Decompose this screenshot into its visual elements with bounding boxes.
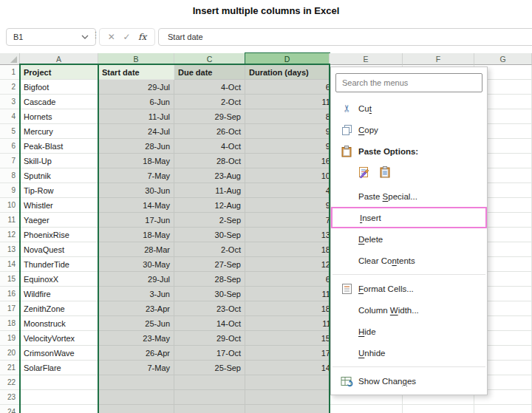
- row-header-4[interactable]: 4: [0, 109, 20, 124]
- cell-C16[interactable]: 30-Sep: [174, 287, 245, 301]
- cell-D12[interactable]: 135: [245, 228, 330, 242]
- cell-C21[interactable]: 25-Sep: [174, 361, 245, 375]
- cell-D17[interactable]: 183: [245, 301, 330, 316]
- cell-A23[interactable]: [20, 390, 98, 405]
- cell-B17[interactable]: 23-Apr: [98, 301, 174, 316]
- row-header-24[interactable]: 24: [0, 405, 20, 413]
- formula-input[interactable]: Start date: [158, 28, 532, 46]
- cell-C5[interactable]: 26-Oct: [174, 124, 245, 139]
- menu-item-paste-special[interactable]: Paste Special...: [331, 185, 487, 207]
- cell-B4[interactable]: 11-Jul: [98, 109, 174, 124]
- cell-D4[interactable]: 80: [245, 109, 330, 124]
- cell-D13[interactable]: 188: [245, 242, 330, 257]
- cell-C22[interactable]: [174, 375, 245, 390]
- column-header-E[interactable]: E: [330, 53, 403, 65]
- cell-A10[interactable]: Whistler: [20, 198, 98, 213]
- cell-D18[interactable]: 111: [245, 316, 330, 331]
- menu-item-copy[interactable]: Copy: [331, 119, 487, 140]
- cell-B13[interactable]: 28-Mar: [98, 242, 174, 257]
- row-header-6[interactable]: 6: [0, 139, 20, 154]
- column-header-F[interactable]: F: [403, 53, 474, 65]
- cell-A18[interactable]: Moonstruck: [20, 316, 98, 331]
- menu-item-unhide[interactable]: Unhide: [331, 342, 487, 363]
- cell-B21[interactable]: 7-May: [98, 361, 174, 375]
- cell-A13[interactable]: NovaQuest: [20, 242, 98, 257]
- menu-item-show-changes[interactable]: Show Changes: [331, 370, 487, 392]
- cell-A3[interactable]: Cascade: [20, 95, 98, 109]
- cell-C15[interactable]: 28-Sep: [174, 272, 245, 287]
- cell-F24[interactable]: [403, 405, 474, 413]
- row-header-2[interactable]: 2: [0, 80, 20, 95]
- cell-D5[interactable]: 94: [245, 124, 330, 139]
- cell-C10[interactable]: 12-Aug: [174, 198, 245, 213]
- menu-item-hide[interactable]: Hide: [331, 321, 487, 342]
- cell-D14[interactable]: 120: [245, 257, 330, 272]
- chevron-down-icon[interactable]: [81, 35, 89, 39]
- menu-item-delete[interactable]: Delete: [331, 228, 487, 250]
- cell-A17[interactable]: ZenithZone: [20, 301, 98, 316]
- cell-A12[interactable]: PhoenixRise: [20, 228, 98, 242]
- row-header-22[interactable]: 22: [0, 375, 20, 390]
- cancel-icon[interactable]: ✕: [108, 33, 115, 41]
- cell-B24[interactable]: [98, 405, 174, 413]
- row-header-17[interactable]: 17: [0, 301, 20, 316]
- cell-B16[interactable]: 3-Jun: [98, 287, 174, 301]
- row-header-13[interactable]: 13: [0, 242, 20, 257]
- name-box[interactable]: B1: [6, 28, 96, 46]
- cell-D7[interactable]: 163: [245, 154, 330, 168]
- column-header-G[interactable]: G: [474, 53, 532, 65]
- cell-A14[interactable]: ThunderTide: [20, 257, 98, 272]
- cell-C8[interactable]: 23-Aug: [174, 168, 245, 183]
- row-header-10[interactable]: 10: [0, 198, 20, 213]
- row-header-14[interactable]: 14: [0, 257, 20, 272]
- row-header-15[interactable]: 15: [0, 272, 20, 287]
- enter-icon[interactable]: ✓: [123, 33, 130, 41]
- cell-C3[interactable]: 2-Oct: [174, 95, 245, 109]
- cell-C12[interactable]: 30-Sep: [174, 228, 245, 242]
- paste-formatting-icon[interactable]: [358, 166, 371, 182]
- cell-C24[interactable]: [174, 405, 245, 413]
- cell-C2[interactable]: 4-Oct: [174, 80, 245, 95]
- cell-C20[interactable]: 17-Oct: [174, 346, 245, 361]
- cell-D10[interactable]: 90: [245, 198, 330, 213]
- cell-A21[interactable]: SolarFlare: [20, 361, 98, 375]
- row-header-7[interactable]: 7: [0, 154, 20, 168]
- row-header-3[interactable]: 3: [0, 95, 20, 109]
- cell-B2[interactable]: 29-Jul: [98, 80, 174, 95]
- insert-function-icon[interactable]: fx: [138, 32, 146, 42]
- cell-A5[interactable]: Mercury: [20, 124, 98, 139]
- cell-D16[interactable]: 119: [245, 287, 330, 301]
- row-header-16[interactable]: 16: [0, 287, 20, 301]
- cell-B6[interactable]: 28-Jun: [98, 139, 174, 154]
- cell-B22[interactable]: [98, 375, 174, 390]
- cell-C9[interactable]: 11-Aug: [174, 183, 245, 198]
- cell-C23[interactable]: [174, 390, 245, 405]
- cell-D22[interactable]: [245, 375, 330, 390]
- paste-values-icon[interactable]: [380, 166, 390, 181]
- menu-item-insert[interactable]: Insert: [331, 207, 487, 228]
- cell-A16[interactable]: Wildfire: [20, 287, 98, 301]
- cell-A7[interactable]: Skill-Up: [20, 154, 98, 168]
- cell-D23[interactable]: [245, 390, 330, 405]
- row-header-21[interactable]: 21: [0, 361, 20, 375]
- cell-B1[interactable]: Start date: [98, 65, 174, 80]
- cell-B15[interactable]: 29-Jul: [98, 272, 174, 287]
- cell-B8[interactable]: 7-May: [98, 168, 174, 183]
- cell-B18[interactable]: 25-Jun: [98, 316, 174, 331]
- cell-A6[interactable]: Peak-Blast: [20, 139, 98, 154]
- cell-A8[interactable]: Sputnik: [20, 168, 98, 183]
- cell-D19[interactable]: 159: [245, 331, 330, 346]
- cell-B3[interactable]: 6-Jun: [98, 95, 174, 109]
- cell-D2[interactable]: 67: [245, 80, 330, 95]
- row-header-5[interactable]: 5: [0, 124, 20, 139]
- cell-A20[interactable]: CrimsonWave: [20, 346, 98, 361]
- cell-A24[interactable]: [20, 405, 98, 413]
- row-header-11[interactable]: 11: [0, 213, 20, 228]
- row-header-9[interactable]: 9: [0, 183, 20, 198]
- cell-B5[interactable]: 24-Jul: [98, 124, 174, 139]
- menu-item-paste-options[interactable]: Paste Options:: [331, 140, 487, 162]
- cell-D24[interactable]: [245, 405, 330, 413]
- cell-A19[interactable]: VelocityVortex: [20, 331, 98, 346]
- menu-search-input[interactable]: [336, 78, 482, 87]
- cell-B23[interactable]: [98, 390, 174, 405]
